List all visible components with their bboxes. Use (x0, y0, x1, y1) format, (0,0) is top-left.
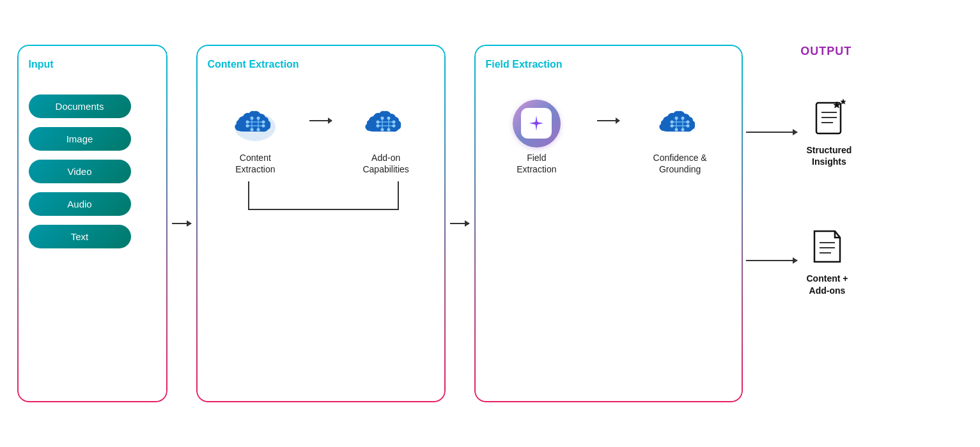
video-button[interactable]: Video (29, 160, 131, 183)
field-extraction-box: Field Extraction (474, 45, 743, 402)
svg-point-10 (256, 116, 260, 119)
svg-point-37 (681, 128, 685, 131)
audio-button[interactable]: Audio (29, 192, 131, 216)
confidence-grounding-node: Confidence & Grounding (639, 101, 722, 175)
confidence-grounding-icon (655, 101, 706, 146)
content-addons-label: Content + Add-ons (807, 273, 848, 296)
text-button[interactable]: Text (29, 225, 131, 248)
structured-insights-item: Structured Insights (807, 96, 852, 167)
svg-point-8 (261, 124, 265, 127)
svg-point-7 (245, 124, 249, 127)
svg-point-20 (393, 124, 396, 127)
svg-point-19 (377, 124, 380, 127)
content-extraction-label: Content Extraction (208, 59, 434, 70)
image-button[interactable]: Image (29, 127, 131, 151)
input-label: Input (29, 59, 156, 70)
content-extraction-node: Content Extraction (214, 101, 297, 175)
input-box: Input Documents Image Video Audio Text (17, 45, 167, 402)
output-items-container: Structured Insights (746, 96, 852, 296)
svg-point-22 (387, 116, 391, 119)
svg-point-31 (687, 120, 690, 123)
output-label: OUTPUT (800, 45, 852, 57)
svg-point-24 (387, 128, 391, 131)
svg-point-17 (377, 120, 380, 123)
diagram-container: Input Documents Image Video Audio Text C… (17, 16, 963, 431)
svg-point-34 (675, 116, 678, 119)
field-extraction-icon (511, 101, 562, 146)
svg-point-12 (256, 128, 260, 131)
svg-point-18 (393, 120, 396, 123)
svg-point-35 (681, 116, 685, 119)
svg-point-5 (245, 120, 249, 123)
output-content-addons: Content + Add-ons (746, 225, 852, 296)
addon-capabilities-node: Add-on Capabilities (345, 101, 428, 175)
svg-point-36 (675, 128, 678, 131)
arrow-content-nodes (309, 120, 332, 121)
svg-point-11 (250, 128, 253, 131)
documents-button[interactable]: Documents (29, 95, 131, 118)
input-buttons: Documents Image Video Audio Text (29, 95, 156, 248)
arrow-to-content-addons (746, 260, 797, 261)
content-extraction-icon (229, 101, 281, 146)
content-addons-item: Content + Add-ons (807, 225, 848, 296)
svg-point-21 (381, 116, 384, 119)
output-section: OUTPUT (746, 45, 852, 402)
arrow-content-field (446, 45, 474, 402)
svg-point-23 (381, 128, 384, 131)
arrow-field-nodes (597, 120, 619, 121)
output-structured-insights: Structured Insights (746, 96, 852, 167)
addon-capabilities-node-label: Add-on Capabilities (362, 152, 408, 175)
field-extraction-node-label: Field Extraction (517, 152, 556, 175)
field-extraction-node: Field Extraction (495, 101, 578, 175)
svg-point-25 (534, 121, 538, 125)
svg-point-30 (671, 120, 674, 123)
content-addons-icon (808, 225, 846, 269)
addon-capabilities-icon (361, 101, 412, 146)
svg-point-6 (261, 120, 265, 123)
confidence-grounding-node-label: Confidence & Grounding (653, 152, 707, 175)
svg-point-33 (687, 124, 690, 127)
structured-insights-icon (810, 96, 848, 140)
field-extraction-label: Field Extraction (486, 59, 731, 70)
svg-point-32 (671, 124, 674, 127)
content-extraction-node-label: Content Extraction (235, 152, 275, 175)
svg-point-9 (250, 116, 253, 119)
structured-insights-label: Structured Insights (807, 144, 852, 167)
arrow-to-structured (746, 132, 797, 133)
arrow-input-content (167, 45, 196, 402)
content-extraction-box: Content Extraction (196, 45, 446, 402)
